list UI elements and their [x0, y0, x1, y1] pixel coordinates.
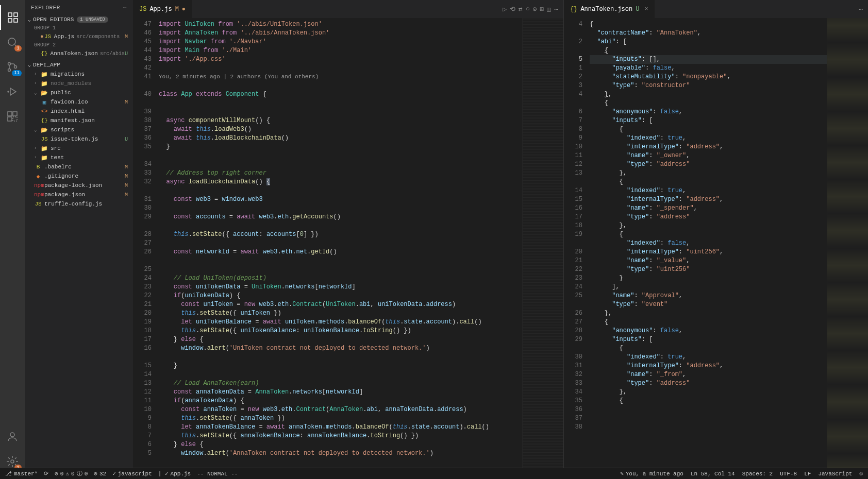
debug-activity[interactable]: [0, 79, 25, 104]
history-icon[interactable]: ⊙: [533, 5, 537, 13]
file-favicon[interactable]: ▣favicon.icoM: [25, 97, 133, 107]
folder-src[interactable]: ›📁src: [25, 144, 133, 153]
blame-status: ✎ You, a minute ago: [620, 470, 683, 477]
group-1-label: GROUP 1: [25, 24, 133, 32]
sync-status[interactable]: ⟳: [44, 470, 48, 477]
line-gutter-left: 4746454443424140393837363534333231302928…: [133, 18, 159, 479]
svg-point-4: [8, 91, 9, 92]
more-icon[interactable]: ⋯: [554, 5, 558, 13]
folder-public[interactable]: ⌄📂public: [25, 88, 133, 97]
js-icon: JS: [34, 201, 42, 207]
scm-badge: 1: [14, 45, 22, 52]
folder-node-modules[interactable]: ›📁node_modules: [25, 79, 133, 88]
language-status[interactable]: JavaScript: [818, 470, 852, 477]
dirty-dot-icon: ●: [40, 33, 44, 40]
sidebar-more-icon[interactable]: ⋯: [123, 4, 127, 11]
svg-point-2: [8, 69, 11, 72]
spaces-status[interactable]: Spaces: 2: [742, 470, 773, 477]
status-bar: ⎇ master* ⟳ ⊘ 0 ⚠ 0 ⓘ 0 ⊙ 32 ✓ javascrip…: [0, 468, 868, 479]
json-icon: {}: [40, 50, 48, 57]
run-icon[interactable]: ▷: [503, 5, 507, 13]
folder-icon: 📂: [40, 127, 48, 133]
file-babelrc[interactable]: B.babelrcM: [25, 162, 133, 172]
svg-point-9: [10, 433, 14, 437]
branch-status[interactable]: ⎇ master*: [5, 470, 38, 477]
problems-status[interactable]: ⊘ 0 ⚠ 0 ⓘ 0: [55, 470, 88, 477]
unsaved-badge: 1 UNSAVED: [77, 16, 108, 23]
line-gutter-right: 4251234678910111213141516171819202122232…: [564, 18, 590, 479]
js-icon: JS: [44, 33, 52, 40]
open-editor-annatoken[interactable]: {} AnnaToken.json src/abis U: [25, 49, 133, 58]
code-right[interactable]: { "contractName": "AnnaToken", "abi": [ …: [590, 18, 827, 479]
project-header[interactable]: ⌄ DEFI_APP: [25, 60, 133, 70]
folder-migrations[interactable]: ›📁migrations: [25, 70, 133, 79]
split-icon[interactable]: ◫: [547, 5, 551, 13]
folder-scripts[interactable]: ⌄📂scripts: [25, 125, 133, 134]
svg-point-0: [8, 38, 15, 45]
babel-icon: B: [34, 164, 42, 170]
svg-point-10: [11, 460, 14, 463]
lang-status[interactable]: ✓ javascript: [112, 470, 152, 477]
svg-point-3: [14, 66, 17, 69]
svg-rect-7: [8, 117, 12, 121]
minimap-right[interactable]: [827, 18, 868, 479]
code-left[interactable]: import UniToken from '../abis/UniToken.j…: [159, 18, 522, 479]
compare-icon[interactable]: ⊞: [540, 5, 544, 13]
folder-icon: 📁: [40, 71, 48, 78]
editor-pane-right: {} AnnaToken.json U × ⋯ 4251234678910111…: [564, 0, 868, 479]
js-icon: JS: [40, 136, 48, 142]
js-icon: JS: [139, 6, 146, 13]
position-status[interactable]: Ln 58, Col 14: [691, 470, 735, 477]
feedback-icon[interactable]: ☺: [859, 470, 863, 477]
scm-activity[interactable]: 11: [0, 55, 25, 79]
npm-icon: npm: [34, 182, 42, 189]
group-2-label: GROUP 2: [25, 41, 133, 49]
activity-bar: 1 11 1: [0, 0, 25, 479]
sidebar-title: EXPLORER: [31, 5, 60, 11]
file-status: | ✓ App.js: [158, 470, 191, 477]
open-editors-header[interactable]: ⌄ OPEN EDITORS 1 UNSAVED: [25, 15, 133, 24]
tab-appjs[interactable]: JS App.js M ●: [133, 0, 192, 18]
file-package-lock[interactable]: npmpackage-lock.jsonM: [25, 181, 133, 190]
file-truffle[interactable]: JStruffle-config.js: [25, 199, 133, 209]
svg-rect-8: [13, 117, 17, 121]
scm-badge: 11: [12, 70, 22, 76]
encoding-status[interactable]: UTF-8: [780, 470, 797, 477]
npm-icon: npm: [34, 192, 42, 198]
more-icon[interactable]: ⋯: [859, 5, 863, 13]
refresh-icon[interactable]: ⟲: [510, 5, 515, 13]
extensions-activity[interactable]: [0, 104, 25, 129]
lines-status: ⊙ 32: [94, 470, 106, 477]
html-icon: <>: [40, 108, 48, 114]
minimap-left[interactable]: [522, 18, 563, 479]
tab-annatoken[interactable]: {} AnnaToken.json U ×: [564, 0, 655, 18]
diff-icon[interactable]: ⇄: [519, 5, 523, 13]
commit-icon[interactable]: ○: [526, 5, 530, 13]
file-manifest[interactable]: {}manifest.json: [25, 116, 133, 125]
svg-rect-6: [13, 112, 17, 116]
editor-pane-left: JS App.js M ● ▷ ⟲ ⇄ ○ ⊙ ⊞ ◫ ⋯ 4746454443…: [133, 0, 564, 479]
folder-icon: 📁: [40, 80, 48, 87]
open-editor-appjs[interactable]: ● JS App.js src/components M: [25, 32, 133, 41]
search-activity[interactable]: 1: [0, 30, 25, 55]
json-icon: {}: [40, 117, 48, 124]
close-icon[interactable]: ×: [644, 6, 648, 13]
image-icon: ▣: [40, 99, 48, 106]
file-gitignore[interactable]: ◆.gitignoreM: [25, 172, 133, 181]
sidebar: EXPLORER ⋯ ⌄ OPEN EDITORS 1 UNSAVED GROU…: [25, 0, 133, 479]
git-icon: ◆: [34, 173, 42, 180]
eol-status[interactable]: LF: [804, 470, 811, 477]
folder-icon: 📁: [40, 145, 48, 152]
json-icon: {}: [570, 6, 577, 13]
account-activity[interactable]: [0, 424, 25, 449]
file-issue-token[interactable]: JSissue-token.jsU: [25, 134, 133, 144]
file-package[interactable]: npmpackage.jsonM: [25, 190, 133, 199]
svg-rect-5: [8, 112, 12, 116]
folder-icon: 📁: [40, 155, 48, 161]
explorer-activity[interactable]: [0, 5, 25, 30]
file-index[interactable]: <>index.html: [25, 107, 133, 116]
folder-test[interactable]: ›📁test: [25, 153, 133, 162]
folder-icon: 📂: [40, 90, 48, 96]
vim-mode: -- NORMAL --: [197, 471, 238, 477]
svg-point-1: [8, 63, 11, 65]
